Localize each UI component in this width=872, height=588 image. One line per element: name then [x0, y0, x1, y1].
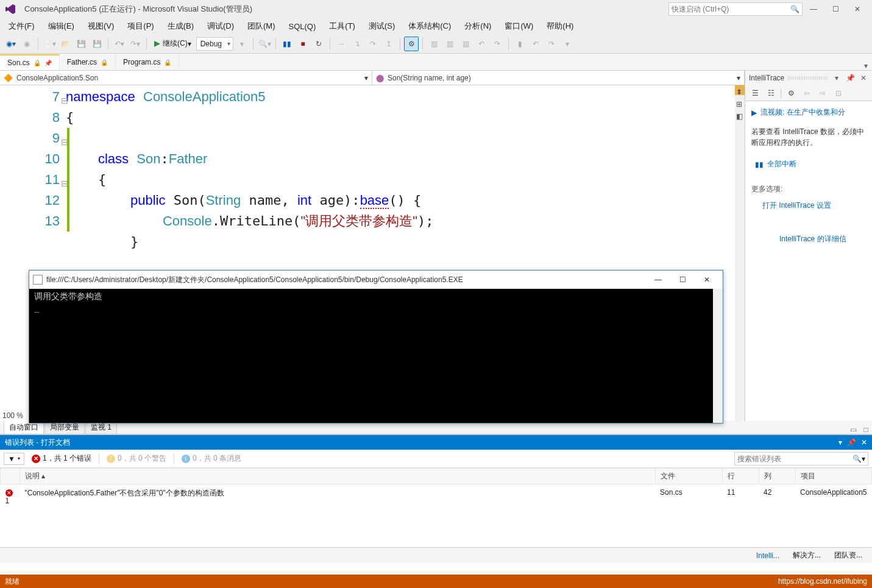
minimize-button[interactable]: — [803, 0, 824, 18]
intellitrace-message: 若要查看 IntelliTrace 数据，必须中断应用程序的执行。 [751, 126, 866, 148]
tab-solution-explorer[interactable]: 解决方... [787, 548, 827, 562]
tab-intellitrace[interactable]: Intelli... [750, 550, 785, 562]
step-over-button[interactable]: ↷ [366, 37, 380, 51]
open-file-button[interactable]: 📂 [58, 37, 73, 51]
calls-view-icon[interactable]: ☷ [765, 87, 777, 99]
tool-9[interactable]: ▾ [560, 37, 575, 51]
col-column[interactable]: 列 [759, 469, 795, 484]
errors-filter[interactable]: ✕ 1，共 1 个错误 [27, 452, 96, 465]
quick-launch-input[interactable] [672, 5, 790, 13]
menu-window[interactable]: 窗口(W) [498, 19, 539, 33]
col-icon[interactable] [1, 469, 20, 484]
menu-view[interactable]: 视图(V) [82, 19, 120, 33]
dropdown-icon[interactable]: ▾ [838, 438, 842, 447]
tool-5[interactable]: ↷ [490, 37, 505, 51]
menu-analyze[interactable]: 分析(N) [458, 19, 497, 33]
redo-button[interactable]: ↷▾ [128, 37, 143, 51]
col-file[interactable]: 文件 [655, 469, 722, 484]
maximize-icon[interactable]: □ [860, 425, 872, 434]
platform-combo[interactable]: ▾ [235, 37, 249, 51]
table-row[interactable]: ✕1 "ConsoleApplication5.Father"不包含采用"0"个… [1, 484, 872, 509]
menu-tools[interactable]: 工具(T) [323, 19, 361, 33]
member-selector[interactable]: ⬤ Son(String name, int age) ▾ [372, 71, 745, 85]
nav-back-button[interactable]: ◉▾ [4, 37, 18, 51]
undo-button[interactable]: ↶▾ [112, 37, 127, 51]
console-titlebar[interactable]: file:///C:/Users/Administrator/Desktop/新… [29, 271, 723, 289]
restart-button[interactable]: ↻ [311, 37, 326, 51]
tool-2[interactable]: ▥ [442, 37, 457, 51]
tabwell-dropdown[interactable]: ▾ [860, 62, 872, 70]
config-combo[interactable]: Debug [196, 37, 233, 51]
menu-help[interactable]: 帮助(H) [541, 19, 580, 33]
window-pos-icon[interactable]: ▭ [847, 425, 859, 434]
split-button[interactable]: ⬍ [734, 87, 745, 97]
editor-scrollbar[interactable] [735, 85, 745, 421]
tab-team-explorer[interactable]: 团队资... [828, 548, 868, 562]
class-selector[interactable]: 🔶 ConsoleApplication5.Son ▾ [0, 71, 372, 85]
close-button[interactable]: ✕ [846, 0, 868, 18]
console-scrollbar[interactable] [713, 289, 723, 423]
tool-7[interactable]: ↶ [528, 37, 543, 51]
continue-button[interactable]: 继续(C) ▾ [151, 37, 195, 51]
maximize-button[interactable]: ☐ [824, 0, 846, 18]
menu-debug[interactable]: 调试(D) [201, 19, 240, 33]
menu-file[interactable]: 文件(F) [2, 19, 41, 33]
menu-build[interactable]: 生成(B) [161, 19, 200, 33]
tab-program-cs[interactable]: Program.cs 🔒 [116, 54, 179, 70]
gear-icon[interactable]: ⚙ [785, 87, 797, 99]
menu-project[interactable]: 项目(P) [121, 19, 160, 33]
pause-button[interactable]: ▮▮ [280, 37, 294, 51]
zoom-level[interactable]: 100 % [2, 411, 23, 420]
events-view-icon[interactable]: ☰ [749, 87, 761, 99]
tool-3[interactable]: ▥ [458, 37, 473, 51]
dropdown-icon[interactable]: ▾ [832, 74, 842, 82]
step-into-button[interactable]: ↴ [350, 37, 364, 51]
close-icon[interactable]: ✕ [861, 438, 867, 447]
save-button[interactable]: 💾 [74, 37, 88, 51]
menu-edit[interactable]: 编辑(E) [42, 19, 80, 33]
pin-icon[interactable]: 📌 [845, 74, 855, 82]
stop-button[interactable]: ■ [296, 37, 310, 51]
track-button[interactable]: ◧ [734, 111, 745, 122]
save-all-button[interactable]: 💾 [90, 37, 104, 51]
error-search[interactable]: 🔍▾ [734, 452, 868, 466]
error-list-toolbar: ▼▾ ✕ 1，共 1 个错误 ! 0，共 0 个警告 i 0，共 0 条消息 [0, 450, 872, 468]
pin-icon[interactable]: 📌 [44, 60, 52, 66]
col-line[interactable]: 行 [722, 469, 759, 484]
quick-launch[interactable]: 🔍 [668, 2, 803, 16]
tool-1[interactable]: ▥ [427, 37, 441, 51]
pause-icon: ▮▮ [755, 160, 764, 169]
pin-icon[interactable]: 📌 [847, 438, 856, 447]
new-project-button[interactable]: 📄▾ [42, 37, 57, 51]
break-all-link[interactable]: ▮▮ 全部中断 [751, 157, 866, 172]
close-icon[interactable]: ✕ [859, 74, 868, 82]
menu-architecture[interactable]: 体系结构(C) [402, 19, 457, 33]
filter-button[interactable]: ▼▾ [4, 453, 24, 465]
tool-4[interactable]: ↶ [474, 37, 489, 51]
menu-team[interactable]: 团队(M) [241, 19, 282, 33]
console-window[interactable]: file:///C:/Users/Administrator/Desktop/新… [29, 270, 723, 423]
messages-filter[interactable]: i 0，共 0 条消息 [177, 452, 246, 465]
tab-son-cs[interactable]: Son.cs 🔒 📌 [0, 54, 60, 70]
menu-test[interactable]: 测试(S) [363, 19, 401, 33]
step-out-button[interactable]: ↥ [381, 37, 396, 51]
col-description[interactable]: 说明 ▴ [20, 469, 656, 484]
console-maximize[interactable]: ☐ [670, 271, 695, 288]
tool-8[interactable]: ↷ [544, 37, 559, 51]
console-close[interactable]: ✕ [695, 271, 719, 288]
find-button[interactable]: 🔍▾ [257, 37, 272, 51]
details-link[interactable]: IntelliTrace 的详细信 [776, 232, 866, 247]
statusbar: 就绪 https://blog.csdn.net/ifubing [0, 575, 872, 588]
expand-button[interactable]: ⊞ [734, 99, 745, 110]
warnings-filter[interactable]: ! 0，共 0 个警告 [102, 452, 171, 465]
next-statement-button[interactable]: → [334, 37, 349, 51]
tool-6[interactable]: ▮ [512, 37, 527, 51]
menu-sql[interactable]: SQL(Q) [283, 21, 322, 32]
console-minimize[interactable]: — [646, 271, 670, 288]
error-search-input[interactable] [737, 455, 853, 463]
open-settings-link[interactable]: 打开 IntelliTrace 设置 [759, 198, 866, 213]
intellitrace-button[interactable]: ⚙ [404, 37, 419, 51]
tab-father-cs[interactable]: Father.cs 🔒 [60, 54, 116, 70]
video-link[interactable]: ▶ 流视频: 在生产中收集和分 [751, 107, 866, 118]
col-project[interactable]: 项目 [795, 469, 871, 484]
